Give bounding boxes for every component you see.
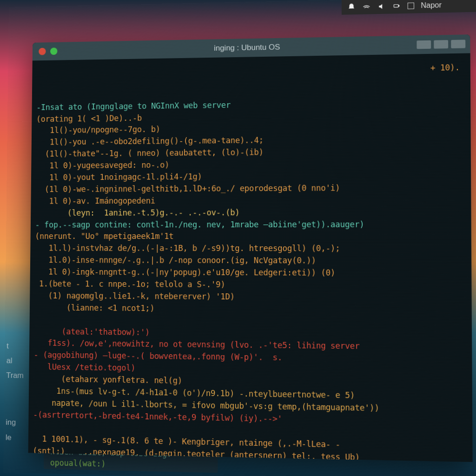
system-tray: Napor bbox=[342, 0, 476, 15]
left-sidebar: t al Tram ing le bbox=[6, 338, 24, 445]
window-title: inging : Ubuntu OS bbox=[214, 43, 280, 53]
window-buttons bbox=[416, 40, 465, 49]
terminal-line: 1l 0)-ingk-nngntt-g..(-|ny'popug).e'u10/… bbox=[34, 266, 463, 280]
terminal-line: 1l 0)-av. Imánogopedeni bbox=[35, 194, 463, 207]
notification-icon[interactable] bbox=[347, 3, 356, 11]
tray-label: Napor bbox=[421, 1, 442, 10]
network-icon[interactable] bbox=[362, 2, 370, 11]
sidebar-item: Tram bbox=[6, 368, 24, 383]
win-btn-1[interactable] bbox=[416, 40, 431, 49]
win-btn-2[interactable] bbox=[434, 40, 448, 49]
terminal-line: (nnerunt. "Uo° mpetigaeek1m'1t bbox=[35, 231, 463, 243]
close-button[interactable] bbox=[39, 48, 46, 55]
svg-rect-0 bbox=[394, 5, 398, 7]
terminal-line: 1l.l)-instvhaz de/g..(-|a-:1B, b /-s9))t… bbox=[35, 243, 463, 255]
maximize-button[interactable] bbox=[50, 47, 57, 55]
tray-square-icon[interactable] bbox=[408, 2, 414, 9]
terminal-window: inging : Ubuntu OS + 10). -Insat ato (In… bbox=[28, 34, 473, 462]
terminal-line: (1l 0)-we-.ingninnel-gelthitb,1.lD+:6o_.… bbox=[35, 182, 463, 196]
sidebar-item: al bbox=[7, 353, 24, 368]
terminal-body[interactable]: + 10). -Insat ato (Ingnglage to NGInnX w… bbox=[28, 53, 473, 462]
volume-icon[interactable] bbox=[377, 2, 386, 11]
traffic-lights bbox=[33, 47, 58, 55]
terminal-line: (leyn: 1anine.-t.5)g.-.- .-.-ov-.(b) bbox=[35, 206, 463, 219]
right-badge: + 10). bbox=[430, 62, 460, 74]
terminal-line: - fop.--sagp contine: contl-1n./neg. nev… bbox=[35, 218, 463, 231]
win-btn-3[interactable] bbox=[451, 40, 465, 48]
sidebar-item: ing bbox=[6, 415, 23, 430]
sidebar-item: le bbox=[6, 430, 23, 445]
battery-icon[interactable] bbox=[392, 2, 401, 10]
sidebar-item: t bbox=[7, 338, 24, 353]
svg-rect-1 bbox=[398, 5, 399, 6]
terminal-line: 1l.0)-inse-nnnge/-.g..|.b /-nop conoor.(… bbox=[35, 255, 463, 268]
